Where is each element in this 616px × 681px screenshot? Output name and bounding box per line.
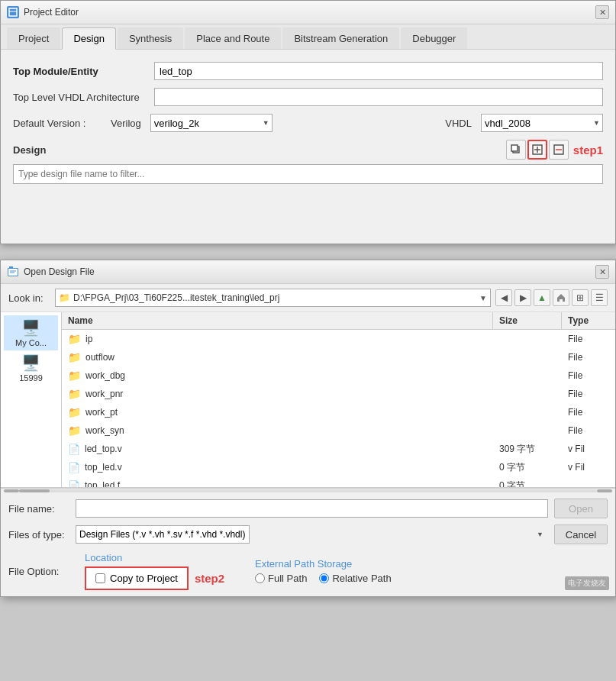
file-name-work-syn: work_syn — [85, 425, 124, 436]
vhdl-select-wrapper: vhdl_2008vhdl_93vhdl_87 — [481, 114, 603, 132]
nav-forward-button[interactable]: ▶ — [514, 289, 531, 306]
dialog-title-group: Open Design File — [7, 266, 95, 278]
relative-path-radio[interactable] — [319, 573, 329, 583]
dialog-close-button[interactable]: ✕ — [595, 265, 609, 279]
file-option-label: File Option: — [8, 566, 69, 577]
verilog-select[interactable]: verilog_2kverilog_2001verilog_2005 — [150, 114, 273, 132]
view-grid-button[interactable]: ⊞ — [572, 289, 589, 306]
file-row-work-pnr[interactable]: 📁 work_pnr File — [62, 385, 615, 403]
filename-row: File name: Open — [8, 499, 608, 518]
tab-place-and-route[interactable]: Place and Route — [185, 27, 281, 49]
copy-to-project-box: Copy to Project — [85, 566, 189, 590]
relative-path-option[interactable]: Relative Path — [319, 573, 391, 584]
dialog-titlebar: Open Design File ✕ — [1, 260, 615, 284]
left-panel-15999[interactable]: 🖥️ 15999 — [4, 350, 58, 386]
full-path-option[interactable]: Full Path — [255, 573, 307, 584]
lookin-path-display[interactable]: 📁 D:\FPGA_Prj\03_Ti60F225...itestek_tran… — [55, 289, 491, 307]
col-header-size: Size — [493, 312, 562, 329]
file-list-panel: Name Size Type 📁 ip File 📁 outflow — [62, 312, 615, 487]
project-editor-title-text: Project Editor — [24, 7, 79, 18]
watermark: 电子发烧友 — [565, 576, 609, 590]
file-row-outflow[interactable]: 📁 outflow File — [62, 348, 615, 366]
left-panel-15999-icon: 🖥️ — [21, 353, 40, 372]
scroll-track — [19, 489, 597, 492]
vhdl-label: VHDL — [445, 118, 472, 129]
copy-to-project-checkbox[interactable] — [95, 573, 105, 583]
file-size-top-led-f: 0 字节 — [493, 478, 562, 488]
path-radio-group: Full Path Relative Path — [255, 573, 392, 584]
file-type-select[interactable]: Design Files (*.v *.vh *.sv *.f *.vhd *.… — [76, 525, 250, 544]
file-type-work-dbg: File — [562, 369, 615, 382]
file-name-outflow: outflow — [85, 352, 114, 363]
col-header-type: Type — [562, 312, 615, 329]
filename-input[interactable] — [76, 499, 548, 518]
verilog-label: Verilog — [111, 118, 141, 129]
svg-rect-0 — [9, 8, 17, 16]
file-size-outflow — [493, 356, 562, 359]
file-type-top-led-v: v Fil — [562, 460, 615, 474]
cancel-button[interactable]: Cancel — [554, 524, 608, 544]
file-row-work-syn[interactable]: 📁 work_syn File — [62, 421, 615, 440]
step1-label: step1 — [573, 144, 603, 157]
file-name-led-top-v: led_top.v — [85, 444, 122, 454]
tab-bitstream-generation[interactable]: Bitstream Generation — [282, 27, 399, 49]
nav-home-button[interactable] — [553, 289, 569, 306]
verilog-select-wrapper: verilog_2kverilog_2001verilog_2005 — [150, 114, 273, 132]
svg-rect-10 — [9, 266, 13, 269]
file-name-work-pnr: work_pnr — [85, 389, 123, 399]
view-list-button[interactable]: ☰ — [591, 289, 608, 306]
lookin-label: Look in: — [8, 292, 50, 304]
file-size-work-syn — [493, 429, 562, 432]
copy-design-button[interactable] — [506, 140, 526, 160]
file-type-ip: File — [562, 332, 615, 346]
file-type-work-pnr: File — [562, 387, 615, 401]
full-path-radio[interactable] — [255, 573, 265, 583]
my-computer-icon: 🖥️ — [21, 318, 40, 337]
file-name-top-led-f: top_led.f — [85, 480, 120, 487]
folder-icon-lookin: 📁 — [59, 292, 70, 303]
lookin-dropdown-icon: ▼ — [479, 294, 487, 302]
file-row-ip[interactable]: 📁 ip File — [62, 330, 615, 348]
file-row-top-led-f[interactable]: 📄 top_led.f 0 字节 — [62, 476, 615, 487]
top-module-input[interactable] — [154, 62, 603, 80]
tab-synthesis[interactable]: Synthesis — [118, 27, 183, 49]
file-row-work-dbg[interactable]: 📁 work_dbg File — [62, 366, 615, 385]
file-browser: 🖥️ My Co... 🖥️ 15999 Name Size Type 📁 ip — [1, 312, 615, 488]
project-editor-title-icon — [7, 6, 19, 18]
nav-back-button[interactable]: ◀ — [495, 289, 512, 306]
lookin-bar: Look in: 📁 D:\FPGA_Prj\03_Ti60F225...ite… — [1, 284, 615, 312]
left-panel-my-computer[interactable]: 🖥️ My Co... — [4, 315, 58, 350]
folder-icon-work-dbg: 📁 — [68, 370, 81, 382]
scroll-thumb — [19, 489, 50, 492]
files-of-type-label: Files of type: — [8, 529, 69, 541]
file-name-work-pt: work_pt — [85, 407, 118, 418]
remove-design-button[interactable] — [549, 140, 569, 160]
horizontal-scrollbar[interactable] — [1, 488, 615, 492]
file-size-work-pnr — [493, 392, 562, 395]
left-panel: 🖥️ My Co... 🖥️ 15999 — [1, 312, 62, 487]
top-vhdl-label: Top Level VHDL Architecture — [13, 92, 154, 103]
design-filter-input[interactable] — [13, 164, 603, 184]
vhdl-select[interactable]: vhdl_2008vhdl_93vhdl_87 — [481, 114, 603, 132]
location-section: Location Copy to Project step2 — [85, 552, 224, 590]
tab-debugger[interactable]: Debugger — [401, 27, 467, 49]
folder-icon-work-pnr: 📁 — [68, 388, 81, 400]
file-icon-top-led-f: 📄 — [68, 480, 80, 488]
dialog-title-text: Open Design File — [24, 266, 95, 277]
left-panel-15999-label: 15999 — [19, 373, 43, 382]
design-tab-content: Top Module/Entity Top Level VHDL Archite… — [1, 50, 615, 193]
project-editor-close-button[interactable]: ✕ — [595, 5, 609, 19]
tab-project[interactable]: Project — [7, 27, 60, 49]
top-vhdl-row: Top Level VHDL Architecture — [13, 88, 603, 106]
add-design-button[interactable] — [527, 140, 547, 160]
tab-design[interactable]: Design — [62, 27, 115, 50]
file-size-ip — [493, 337, 562, 340]
file-row-top-led-v[interactable]: 📄 top_led.v 0 字节 v Fil — [62, 458, 615, 476]
top-module-label: Top Module/Entity — [13, 66, 154, 77]
design-section-label: Design — [13, 144, 46, 156]
top-vhdl-input[interactable] — [154, 88, 603, 106]
open-button[interactable]: Open — [554, 499, 608, 518]
file-row-work-pt[interactable]: 📁 work_pt File — [62, 403, 615, 421]
file-row-led-top-v[interactable]: 📄 led_top.v 309 字节 v Fil — [62, 440, 615, 458]
nav-up-button[interactable]: ▲ — [534, 289, 550, 306]
